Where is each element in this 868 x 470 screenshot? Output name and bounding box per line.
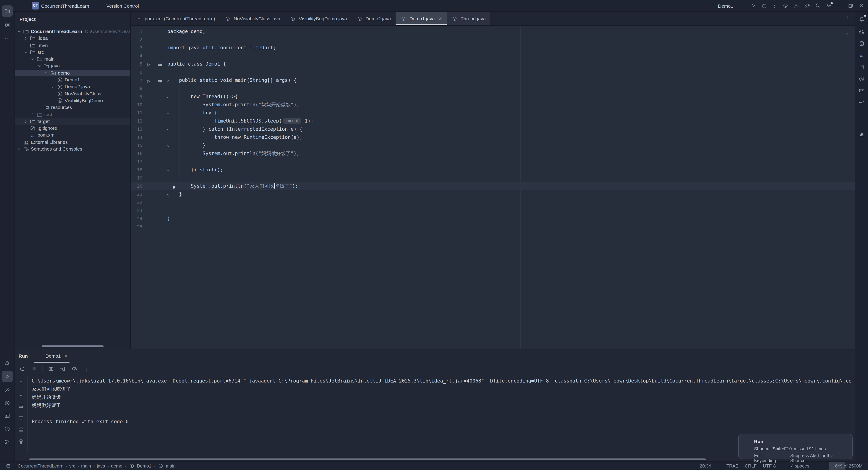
line-number[interactable]: 11	[131, 109, 143, 117]
scroll-end-button[interactable]	[17, 413, 26, 422]
breadcrumb-main[interactable]: main	[80, 464, 92, 468]
tree-item-resources[interactable]: resources	[15, 104, 130, 111]
tree-item-demo2-java[interactable]: CDemo2.java	[15, 84, 130, 90]
line-number[interactable]: 9	[131, 93, 143, 101]
tool-debug-button[interactable]	[2, 357, 13, 369]
close-icon[interactable]: ✕	[64, 353, 68, 358]
line-number[interactable]: 24	[131, 215, 143, 223]
code-line-1[interactable]: 1package demo;	[131, 28, 855, 36]
indent-widget[interactable]: 4 spaces	[782, 462, 809, 470]
settings-button[interactable]	[824, 1, 834, 10]
tool-run-button[interactable]	[2, 371, 13, 382]
vcs-widget[interactable]: Version Control	[103, 1, 151, 10]
edit-keybinding-link[interactable]: Edit Keybinding	[754, 453, 783, 463]
tool-database-button[interactable]	[856, 38, 867, 49]
chevron-down-icon[interactable]	[36, 63, 43, 69]
chevron-right-icon[interactable]	[22, 119, 29, 124]
code-line-21[interactable]: 21 }	[131, 190, 855, 198]
tab-thread-java[interactable]: CThread.java	[447, 12, 490, 25]
thread-dump-button[interactable]	[46, 364, 55, 373]
tree-item-visibilitybugdemo[interactable]: CVisibilityBugDemo	[15, 97, 130, 104]
tree-item-cocurrentthreadlearn[interactable]: CocurrentThreadLearnC:\Users\meowr\Deskt…	[15, 28, 130, 35]
chevron-down-icon[interactable]	[43, 70, 50, 76]
line-number[interactable]: 7	[131, 76, 143, 85]
line-number[interactable]: 4	[131, 52, 143, 60]
rerun-button[interactable]	[18, 364, 27, 373]
code-line-25[interactable]: 25	[131, 223, 855, 231]
line-number[interactable]: 1	[131, 28, 143, 36]
tab-demo2-java[interactable]: CDemo2.java	[351, 12, 395, 25]
close-icon[interactable]: ✕	[438, 16, 442, 21]
lock-widget[interactable]	[815, 462, 823, 470]
tree-item-src[interactable]: src	[15, 49, 130, 56]
chevron-right-icon[interactable]	[50, 84, 56, 90]
code-line-3[interactable]: 3import java.util.concurrent.TimeUnit;	[131, 44, 855, 52]
chevron-down-icon[interactable]	[16, 29, 22, 34]
code-line-18[interactable]: 18 }).start();	[131, 166, 855, 174]
line-number[interactable]: 20	[131, 182, 143, 190]
breadcrumb-main[interactable]: mmain	[156, 462, 177, 470]
breadcrumb-cocurrentthreadlearn[interactable]: CocurrentThreadLearn	[17, 464, 64, 468]
tool-services-button[interactable]	[2, 398, 13, 409]
code-line-8[interactable]: 8	[131, 85, 855, 93]
breadcrumb-src[interactable]: src	[68, 464, 76, 468]
breadcrumb-demo[interactable]: demo	[110, 464, 123, 468]
main-menu-button[interactable]	[16, 1, 26, 10]
line-number[interactable]: 19	[131, 174, 143, 182]
tree-item--mvn[interactable]: .mvn	[15, 42, 130, 49]
code-line-16[interactable]: 16 System.out.println("妈妈做好饭了");	[131, 150, 855, 158]
line-number[interactable]: 22	[131, 198, 143, 207]
beacon-button[interactable]	[802, 1, 812, 10]
arrow-down-button[interactable]	[17, 390, 26, 399]
line-number[interactable]: 8	[131, 85, 143, 93]
code-line-15[interactable]: 15 }	[131, 142, 855, 150]
tree-item--gitignore[interactable]: .gitignore	[15, 125, 130, 132]
breadcrumb-demo1[interactable]: CDemo1	[127, 462, 152, 470]
tree-item-main[interactable]: main	[15, 56, 130, 63]
tool-more-horizontal-button[interactable]	[2, 33, 13, 44]
code-line-13[interactable]: 13 } catch (InterruptedException e) {	[131, 125, 855, 133]
chevron-down-icon[interactable]	[29, 56, 36, 62]
line-number[interactable]: 18	[131, 166, 143, 174]
line-number[interactable]: 23	[131, 207, 143, 215]
code-line-6[interactable]: 6	[131, 68, 855, 76]
line-number[interactable]: 6	[131, 68, 143, 76]
tool-git-branch-button[interactable]	[2, 436, 13, 448]
project-panel-header[interactable]: Project	[15, 12, 130, 26]
close-button[interactable]	[856, 1, 866, 10]
tool-structure-button[interactable]	[2, 20, 13, 31]
more-vertical-button[interactable]	[770, 1, 779, 10]
tool-project-folder-button[interactable]	[2, 5, 13, 17]
more-vertical-icon[interactable]	[844, 15, 851, 22]
code-line-19[interactable]: 19	[131, 174, 855, 182]
line-number[interactable]: 15	[131, 142, 143, 150]
tool-ai-chat-button[interactable]	[856, 26, 867, 37]
run-tab-demo1[interactable]: Demo1 ✕	[34, 349, 70, 363]
code-line-11[interactable]: 11 try {	[131, 109, 855, 117]
tool-problems-button[interactable]	[2, 423, 13, 435]
line-ending-widget[interactable]: CRLF	[745, 464, 756, 468]
soft-wrap-button[interactable]	[17, 402, 26, 411]
run-gutter-icon[interactable]	[145, 61, 152, 68]
suppress-alert-link[interactable]: Suppress Alert for this Shortcut	[790, 453, 848, 463]
tool-cat-plugin-button[interactable]	[856, 128, 867, 140]
trae-plugin-widget[interactable]: TRAE	[717, 462, 739, 470]
run-button[interactable]	[748, 1, 758, 10]
tool-terminal-button[interactable]	[2, 410, 13, 421]
tab-novisiablityclass-java[interactable]: CNoVisiablityClass.java	[220, 12, 285, 25]
line-number[interactable]: 2	[131, 36, 143, 44]
line-number[interactable]: 21	[131, 190, 143, 198]
project-tree-hscrollbar[interactable]	[41, 345, 103, 347]
code-line-9[interactable]: 9 new Thread(()->{	[131, 93, 855, 101]
tree-item-external-libraries[interactable]: External Libraries	[15, 139, 130, 146]
breadcrumb-java[interactable]: java	[96, 464, 106, 468]
code-editor[interactable]: 1package demo;23import java.util.concurr…	[131, 26, 855, 349]
minimize-button[interactable]	[835, 1, 844, 10]
line-number[interactable]: 3	[131, 44, 143, 52]
debug-button[interactable]	[758, 1, 769, 10]
code-line-17[interactable]: 17	[131, 158, 855, 166]
chevron-right-icon[interactable]	[29, 112, 36, 117]
search-button[interactable]	[813, 1, 823, 10]
chevron-down-icon[interactable]	[22, 49, 29, 55]
tool-cassette-plugin-button[interactable]	[856, 85, 867, 96]
